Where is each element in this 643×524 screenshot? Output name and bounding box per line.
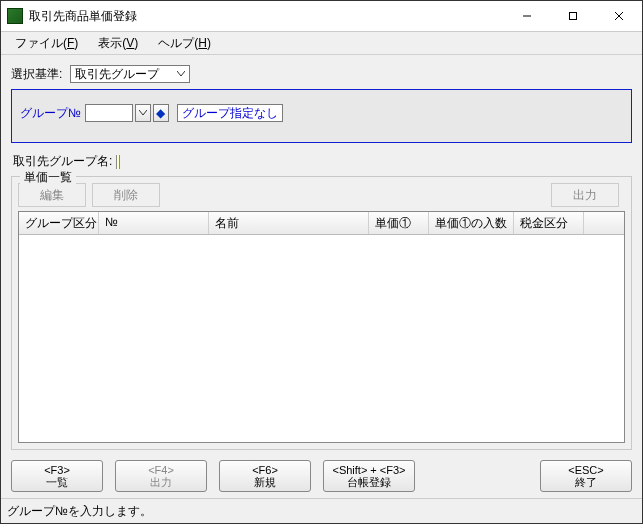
group-name-row: 取引先グループ名: [5,149,638,174]
group-no-dropdown-button[interactable] [135,104,151,122]
app-icon [7,8,23,24]
menubar: ファイル(F) 表示(V) ヘルプ(H) [1,32,642,55]
export-button[interactable]: 出力 [551,183,619,207]
f6-new-button[interactable]: <F6> 新規 [219,460,311,492]
criteria-label: 選択基準: [11,66,62,83]
app-window: 取引先商品単価登録 ファイル(F) 表示(V) ヘルプ(H) 選択基準: 取 [0,0,643,524]
group-input-box: グループ№ ◆ グループ指定なし [11,89,632,143]
col-price1[interactable]: 単価① [369,212,429,234]
shift-f3-ledger-button[interactable]: <Shift> + <F3> 台帳登録 [323,460,415,492]
col-group-type[interactable]: グループ区分 [19,212,99,234]
delete-button[interactable]: 削除 [92,183,160,207]
status-text: グループ№を入力します。 [7,503,152,520]
group-no-lookup-button[interactable]: ◆ [153,104,169,122]
col-number[interactable]: № [99,212,209,234]
col-tax-type[interactable]: 税金区分 [514,212,584,234]
function-key-row: <F3> 一覧 <F4> 出力 <F6> 新規 <Shift> + <F3> 台… [5,454,638,498]
criteria-value: 取引先グループ [75,66,159,83]
price-list-groupbox: 単価一覧 編集 削除 出力 グループ区分 № 名前 単価① 単価①の入数 税金区… [11,176,632,450]
col-price1-qty[interactable]: 単価①の入数 [429,212,514,234]
grid-body [19,235,624,442]
group-no-input[interactable] [85,104,133,122]
close-button[interactable] [596,1,642,31]
statusbar: グループ№を入力します。 [1,498,642,523]
window-title: 取引先商品単価登録 [29,8,504,25]
group-name-value [116,155,120,169]
price-list-toolbar: 編集 削除 出力 [18,183,625,207]
group-no-label: グループ№ [20,105,81,122]
menu-file[interactable]: ファイル(F) [5,33,88,54]
grid-header: グループ区分 № 名前 単価① 単価①の入数 税金区分 [19,212,624,235]
minimize-button[interactable] [504,1,550,31]
edit-button[interactable]: 編集 [18,183,86,207]
menu-view[interactable]: 表示(V) [88,33,148,54]
group-name-label: 取引先グループ名: [13,153,112,170]
menu-help[interactable]: ヘルプ(H) [148,33,221,54]
criteria-row: 選択基準: 取引先グループ [5,59,638,87]
f4-export-button[interactable]: <F4> 出力 [115,460,207,492]
maximize-button[interactable] [550,1,596,31]
svg-rect-0 [570,13,577,20]
esc-exit-button[interactable]: <ESC> 終了 [540,460,632,492]
price-grid[interactable]: グループ区分 № 名前 単価① 単価①の入数 税金区分 [18,211,625,443]
titlebar: 取引先商品単価登録 [1,1,642,32]
price-list-title: 単価一覧 [20,169,76,186]
col-extra[interactable] [584,212,624,234]
chevron-down-icon [174,67,188,81]
f3-list-button[interactable]: <F3> 一覧 [11,460,103,492]
criteria-select[interactable]: 取引先グループ [70,65,190,83]
group-no-spec-info: グループ指定なし [177,104,283,122]
client-area: 選択基準: 取引先グループ グループ№ ◆ グループ指定なし 取引先グループ名: [1,55,642,498]
col-name[interactable]: 名前 [209,212,369,234]
